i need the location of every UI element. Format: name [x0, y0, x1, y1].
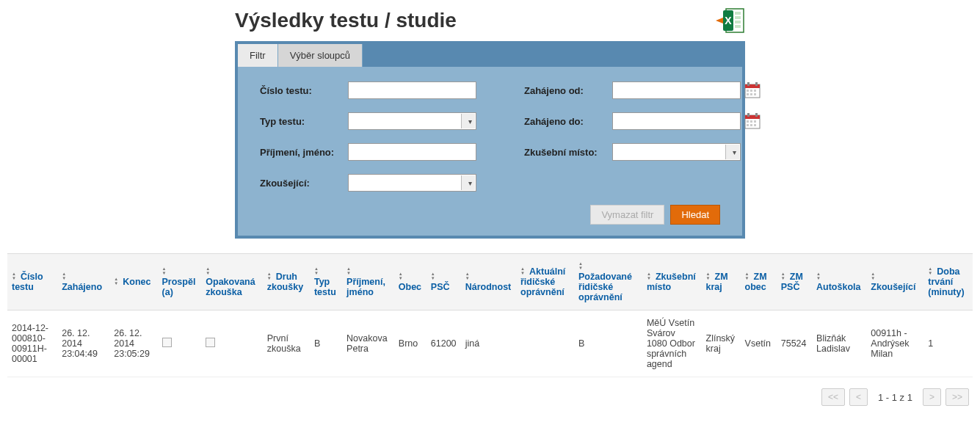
svg-rect-27: [750, 120, 752, 123]
tab-filter[interactable]: Filtr: [238, 44, 278, 67]
column-label: Zkušební místo: [647, 272, 696, 292]
sort-icon[interactable]: [781, 272, 788, 280]
sort-icon[interactable]: [465, 272, 473, 280]
calendar-icon[interactable]: [744, 82, 761, 98]
column-header[interactable]: Požadované řidičské oprávnění: [574, 254, 642, 310]
filter-panel: Filtr Výběr sloupců Číslo testu: Zahájen…: [235, 41, 745, 239]
sort-icon[interactable]: [314, 266, 322, 275]
input-started-from[interactable]: [612, 81, 741, 99]
column-header[interactable]: ZM PSČ: [777, 254, 812, 310]
input-surname-name[interactable]: [348, 143, 476, 161]
cell-started: 26. 12. 2014 23:04:49: [57, 310, 109, 377]
cell-zm_zip: 75524: [777, 310, 812, 377]
cell-repeated: [201, 310, 262, 377]
cell-school: Blizňák Ladislav: [812, 310, 866, 377]
svg-text:X: X: [725, 15, 732, 26]
column-header[interactable]: Příjmení, jméno: [342, 254, 394, 310]
select-examiner[interactable]: [348, 174, 476, 192]
sort-icon[interactable]: [816, 272, 824, 280]
tab-columns[interactable]: Výběr sloupců: [278, 44, 363, 67]
svg-rect-31: [754, 124, 756, 126]
label-examiner: Zkoušející:: [260, 178, 348, 189]
column-header[interactable]: Aktuální řidičské oprávnění: [516, 254, 574, 310]
column-header[interactable]: PSČ: [427, 254, 461, 310]
svg-rect-18: [754, 90, 756, 92]
cell-ended: 26. 12. 2014 23:05:29: [109, 310, 157, 377]
sort-icon[interactable]: [706, 272, 714, 280]
pager-next-button[interactable]: >: [923, 388, 941, 406]
svg-rect-19: [747, 93, 749, 95]
cell-zm_region: Zlínský kraj: [702, 310, 741, 377]
sort-icon[interactable]: [399, 272, 406, 280]
column-header[interactable]: ZM kraj: [702, 254, 741, 310]
column-header[interactable]: ZM obec: [741, 254, 777, 310]
column-header[interactable]: Druh zkoušky: [263, 254, 310, 310]
column-header[interactable]: Doba trvání (minuty): [923, 254, 973, 310]
select-test-type[interactable]: [348, 112, 476, 130]
sort-icon[interactable]: [578, 261, 586, 270]
checkbox-icon: [162, 338, 172, 347]
input-started-to[interactable]: [612, 112, 741, 130]
label-exam-location: Zkušební místo:: [524, 147, 612, 158]
sort-icon[interactable]: [114, 277, 121, 286]
sort-icon[interactable]: [647, 272, 654, 280]
column-header[interactable]: Zahájeno: [57, 254, 109, 310]
tab-strip: Filtr Výběr sloupců: [238, 44, 742, 67]
sort-icon[interactable]: [206, 266, 213, 275]
column-label: Konec: [123, 277, 150, 287]
column-header[interactable]: Zkušební místo: [642, 254, 702, 310]
svg-rect-29: [747, 124, 749, 126]
select-exam-location[interactable]: [612, 143, 741, 161]
column-header[interactable]: Národnost: [461, 254, 516, 310]
column-label: Prospěl (a): [162, 277, 196, 297]
sort-icon[interactable]: [520, 266, 528, 275]
cell-examiner: 00911h - Andrýsek Milan: [866, 310, 923, 377]
search-button[interactable]: Hledat: [670, 205, 720, 225]
sort-icon[interactable]: [12, 272, 19, 280]
sort-icon[interactable]: [267, 272, 275, 280]
cell-test_type: B: [310, 310, 342, 377]
column-header[interactable]: Autoškola: [812, 254, 866, 310]
pager-first-button[interactable]: <<: [821, 388, 845, 406]
pager-info: 1 - 1 z 1: [872, 392, 918, 403]
svg-rect-30: [750, 124, 752, 126]
sort-icon[interactable]: [62, 272, 69, 280]
svg-rect-16: [747, 90, 749, 92]
column-label: Požadované řidičské oprávnění: [578, 272, 632, 302]
sort-icon[interactable]: [346, 266, 354, 275]
svg-rect-8: [735, 25, 741, 28]
column-header[interactable]: Zkoušející: [866, 254, 923, 310]
column-header[interactable]: Opakovaná zkouška: [201, 254, 262, 310]
sort-icon[interactable]: [871, 272, 878, 280]
sort-icon[interactable]: [745, 272, 752, 280]
column-label: Národnost: [465, 282, 512, 292]
cell-exam_location: MěÚ Vsetín Svárov 1080 Odbor správních a…: [642, 310, 702, 377]
sort-icon[interactable]: [162, 266, 170, 275]
input-test-number[interactable]: [348, 81, 476, 99]
svg-rect-15: [755, 82, 758, 86]
column-header[interactable]: Obec: [394, 254, 427, 310]
svg-rect-20: [750, 93, 752, 95]
svg-rect-28: [754, 120, 756, 123]
label-started-to: Zahájeno do:: [524, 116, 612, 127]
column-label: Opakovaná zkouška: [206, 277, 255, 297]
label-started-from: Zahájeno od:: [524, 85, 612, 96]
label-surname-name: Příjmení, jméno:: [260, 147, 348, 158]
column-header[interactable]: Typ testu: [310, 254, 342, 310]
sort-icon[interactable]: [928, 266, 935, 275]
pager-last-button[interactable]: >>: [945, 388, 969, 406]
clear-filter-button[interactable]: Vymazat filtr: [590, 205, 664, 225]
calendar-icon[interactable]: [744, 113, 761, 129]
table-row: 2014-12-000810-00911H-0000126. 12. 2014 …: [7, 310, 973, 377]
column-label: PSČ: [431, 282, 450, 292]
column-header[interactable]: Číslo testu: [7, 254, 57, 310]
cell-nationality: jiná: [461, 310, 516, 377]
cell-zip: 61200: [427, 310, 461, 377]
column-header[interactable]: Konec: [109, 254, 157, 310]
svg-rect-17: [750, 90, 752, 92]
pager-prev-button[interactable]: <: [849, 388, 868, 406]
sort-icon[interactable]: [431, 272, 438, 280]
svg-rect-2: [735, 12, 741, 15]
column-header[interactable]: Prospěl (a): [158, 254, 202, 310]
export-excel-icon[interactable]: X: [716, 7, 745, 34]
